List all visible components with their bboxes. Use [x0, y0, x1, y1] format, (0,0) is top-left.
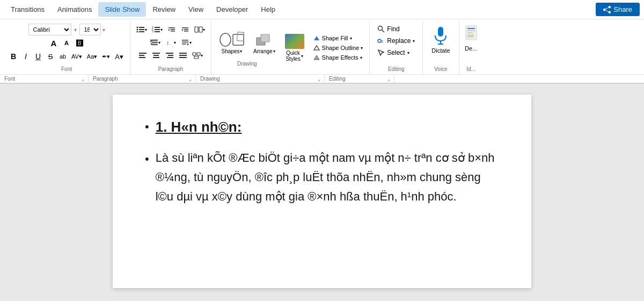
svg-rect-7 [155, 27, 160, 28]
justify-button[interactable] [177, 49, 189, 61]
svg-point-33 [220, 33, 231, 46]
kerning-button[interactable]: AV▾ [69, 51, 84, 62]
editing-expand-icon[interactable]: ⌟ [387, 76, 390, 82]
shape-fill-label: Shape Fill [322, 35, 348, 41]
font-group: Calibri ▾ 18 ▾ A A 🅱 B I U S ab AV▾ Aa [3, 22, 130, 74]
font-group-label: Font [61, 64, 72, 72]
underline-button[interactable]: U [32, 51, 44, 62]
font-shrink-button[interactable]: A [61, 37, 72, 49]
justify-icon [179, 51, 187, 60]
svg-rect-24 [166, 53, 173, 54]
svg-rect-15 [182, 40, 188, 41]
align-center-button[interactable] [150, 49, 162, 61]
font-footer-label: Font [4, 76, 15, 82]
menu-transitions[interactable]: Transitions [4, 2, 51, 17]
increase-indent-icon [181, 25, 189, 34]
shapes-icon [219, 31, 245, 48]
menu-animations[interactable]: Animations [51, 2, 98, 17]
font-grow-button[interactable]: A [48, 37, 60, 49]
slide[interactable]: • 1. H«n nh©n: • Là sù liªn kÕt ®Æc biÖt… [113, 95, 531, 288]
highlight-button[interactable]: ✒▾ [100, 51, 112, 62]
menu-review[interactable]: Review [146, 2, 182, 17]
svg-line-39 [382, 30, 385, 33]
drawing-group-label: Drawing [237, 59, 257, 67]
text-direction-icon: ↕ [165, 38, 174, 47]
replace-button[interactable]: c Replace ▾ [374, 35, 418, 46]
shape-effects-button[interactable]: Shape Effects ▾ [311, 54, 365, 61]
clear-format-button[interactable]: 🅱 [74, 37, 85, 49]
menu-help[interactable]: Help [254, 2, 282, 17]
svg-rect-5 [139, 31, 144, 32]
svg-rect-48 [467, 32, 473, 33]
shape-fill-button[interactable]: Shape Fill ▾ [311, 34, 365, 42]
font-size-select[interactable]: 18 [79, 24, 101, 35]
numbering-button[interactable]: 1.2.3. ▾ [150, 24, 164, 35]
menu-view[interactable]: View [182, 2, 210, 17]
arrange-button[interactable]: Arrange ▾ [250, 29, 279, 56]
editing-footer: Editing ⌟ [325, 75, 394, 83]
voice-group: Dictate Voice [423, 22, 459, 74]
shape-effects-icon [313, 54, 320, 61]
decrease-indent-button[interactable] [166, 24, 178, 35]
align-right-button[interactable] [164, 49, 175, 61]
drawing-expand-icon[interactable]: ⌟ [318, 76, 320, 82]
svg-rect-22 [153, 55, 159, 56]
share-label: Share [613, 5, 632, 13]
font-family-select[interactable]: Calibri [28, 24, 71, 35]
designer-group: De... Id... [459, 22, 483, 74]
text-direction-button[interactable]: ↕ ▾ [164, 37, 178, 48]
find-icon [377, 25, 385, 33]
shape-fill-icon [313, 35, 320, 41]
menu-slideshow[interactable]: Slide Show [98, 2, 146, 17]
bold-button[interactable]: B [8, 51, 19, 62]
svg-rect-46 [467, 28, 475, 29]
shapes-button[interactable]: Shapes ▾ [216, 29, 248, 56]
line-spacing-button[interactable]: ▾ [148, 37, 162, 48]
svg-rect-25 [168, 55, 173, 56]
columns-icon [194, 25, 203, 34]
italic-button[interactable]: I [20, 51, 32, 62]
svg-rect-20 [139, 57, 145, 58]
select-button[interactable]: Select ▾ [374, 47, 418, 58]
drawing-group: Shapes ▾ Arrange ▾ Drawing Quick Styl [211, 22, 370, 74]
font-expand-icon[interactable]: ⌟ [82, 76, 84, 82]
svg-rect-27 [179, 53, 187, 54]
align-convert-icon [181, 38, 189, 47]
editing-group: Find c Replace ▾ Select ▾ Editing [370, 22, 423, 74]
strikethrough-button[interactable]: S [45, 51, 56, 62]
menu-developer[interactable]: Developer [210, 2, 254, 17]
numbering-icon: 1.2.3. [152, 25, 160, 34]
slide-heading: 1. H«n nh©n: [156, 116, 499, 139]
share-button[interactable]: Share [596, 3, 640, 16]
bullet-dot-2: • [145, 149, 149, 168]
find-button[interactable]: Find [374, 24, 418, 34]
microphone-icon [433, 26, 448, 46]
bullets-icon [136, 25, 145, 34]
font-color-button[interactable]: A▾ [113, 51, 126, 62]
svg-rect-31 [197, 53, 200, 55]
paragraph-expand-icon[interactable]: ⌟ [189, 76, 191, 82]
arrange-icon [255, 31, 273, 48]
svg-rect-23 [153, 57, 159, 58]
line-spacing-icon [150, 38, 158, 47]
quick-styles-button[interactable]: Quick Styles ▾ [282, 32, 308, 64]
svg-rect-35 [237, 32, 244, 41]
increase-indent-button[interactable] [179, 24, 191, 35]
bullets-button[interactable]: ▾ [135, 24, 149, 35]
ribbon-footer: Font ⌟ Paragraph ⌟ Drawing ⌟ Editing ⌟ [0, 74, 644, 83]
svg-rect-9 [155, 29, 160, 30]
align-left-button[interactable] [137, 49, 149, 61]
align-convert-button[interactable]: ▾ [179, 37, 193, 48]
columns-button[interactable]: ▾ [193, 24, 207, 35]
designer-group-label: Id... [466, 64, 475, 72]
select-label: Select [387, 49, 405, 56]
convert-smartart-button[interactable]: ▾ [191, 49, 204, 61]
svg-rect-29 [179, 57, 187, 58]
shape-outline-button[interactable]: Shape Outline ▾ [311, 44, 365, 52]
svg-rect-21 [152, 53, 160, 54]
case-button[interactable]: Aa▾ [85, 51, 99, 62]
align-right-icon [165, 51, 174, 60]
svg-point-2 [137, 29, 138, 31]
dictate-button[interactable]: Dictate [427, 24, 454, 56]
text-shadow-button[interactable]: ab [57, 51, 69, 62]
